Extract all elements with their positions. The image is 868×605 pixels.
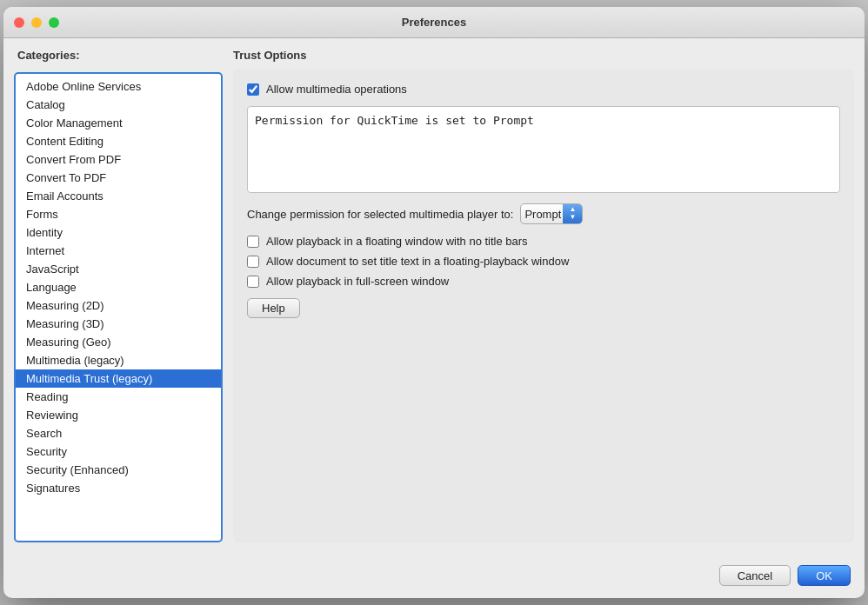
sidebar-item-multimedia-legacy[interactable]: Multimedia (legacy) [16, 351, 221, 369]
preferences-window: Preferences Categories: Adobe Online Ser… [3, 7, 865, 598]
sidebar-list[interactable]: Adobe Online ServicesCatalogColor Manage… [14, 72, 223, 542]
options-group: Allow playback in a floating window with… [247, 235, 840, 288]
checkbox-floating-title-text[interactable] [247, 256, 259, 268]
window-title: Preferences [402, 16, 466, 29]
sidebar-item-search[interactable]: Search [16, 424, 221, 442]
window-footer: Cancel OK [3, 553, 865, 598]
sidebar-item-convert-from-pdf[interactable]: Convert From PDF [16, 150, 221, 169]
sidebar-item-measuring-2d[interactable]: Measuring (2D) [16, 296, 221, 315]
sidebar-item-reviewing[interactable]: Reviewing [16, 406, 221, 424]
sidebar-item-reading[interactable]: Reading [16, 388, 221, 406]
sidebar-item-javascript[interactable]: JavaScript [16, 260, 221, 278]
option-row-floating-title-text: Allow document to set title text in a fl… [247, 255, 840, 268]
maximize-button[interactable] [49, 17, 59, 28]
change-permission-row: Change permission for selected multimedi… [247, 203, 840, 224]
sidebar-item-content-editing[interactable]: Content Editing [16, 132, 221, 150]
sidebar-item-security[interactable]: Security [16, 442, 221, 461]
checkbox-label-floating-no-title: Allow playback in a floating window with… [266, 235, 528, 248]
sidebar-item-signatures[interactable]: Signatures [16, 479, 221, 497]
checkbox-floating-no-title[interactable] [247, 236, 259, 248]
allow-multimedia-label: Allow multimedia operations [266, 83, 407, 96]
main-content: Trust Options Allow multimedia operation… [233, 49, 854, 542]
sidebar-item-color-management[interactable]: Color Management [16, 114, 221, 132]
close-button[interactable] [14, 17, 24, 28]
sidebar-item-email-accounts[interactable]: Email Accounts [16, 187, 221, 205]
checkbox-label-fullscreen: Allow playback in full-screen window [266, 275, 449, 288]
sidebar-item-internet[interactable]: Internet [16, 242, 221, 260]
chevron-updown-icon: ▲▼ [569, 206, 576, 222]
option-row-floating-no-title: Allow playback in a floating window with… [247, 235, 840, 248]
help-button[interactable]: Help [247, 298, 300, 318]
permission-select-wrapper[interactable]: PromptAlwaysNever ▲▼ [520, 203, 583, 224]
permission-select[interactable]: PromptAlwaysNever [521, 208, 563, 221]
sidebar-item-security-enhanced[interactable]: Security (Enhanced) [16, 461, 221, 479]
option-row-fullscreen: Allow playback in full-screen window [247, 275, 840, 288]
change-permission-label: Change permission for selected multimedi… [247, 208, 513, 221]
sidebar-item-convert-to-pdf[interactable]: Convert To PDF [16, 169, 221, 187]
trust-options: Allow multimedia operations Permission f… [247, 83, 840, 318]
select-arrow: ▲▼ [563, 203, 582, 224]
content-panel: Allow multimedia operations Permission f… [233, 69, 854, 542]
window-body: Categories: Adobe Online ServicesCatalog… [3, 38, 865, 553]
sidebar-item-identity[interactable]: Identity [16, 223, 221, 242]
sidebar-item-adobe-online[interactable]: Adobe Online Services [16, 77, 221, 96]
window-controls [14, 17, 59, 28]
allow-multimedia-checkbox[interactable] [247, 83, 259, 96]
sidebar-item-multimedia-trust-legacy[interactable]: Multimedia Trust (legacy) [16, 369, 221, 388]
sidebar-item-measuring-3d[interactable]: Measuring (3D) [16, 315, 221, 333]
sidebar: Categories: Adobe Online ServicesCatalog… [14, 49, 223, 542]
sidebar-item-language[interactable]: Language [16, 278, 221, 296]
section-title: Trust Options [233, 49, 854, 69]
cancel-button[interactable]: Cancel [719, 565, 791, 586]
titlebar: Preferences [3, 7, 865, 38]
checkbox-label-floating-title-text: Allow document to set title text in a fl… [266, 255, 569, 268]
sidebar-item-forms[interactable]: Forms [16, 205, 221, 223]
ok-button[interactable]: OK [798, 565, 851, 586]
allow-multimedia-row: Allow multimedia operations [247, 83, 840, 96]
sidebar-label: Categories: [14, 49, 223, 65]
checkbox-fullscreen[interactable] [247, 276, 259, 288]
permission-textarea[interactable]: Permission for QuickTime is set to Promp… [247, 106, 840, 193]
minimize-button[interactable] [31, 17, 42, 28]
sidebar-item-measuring-geo[interactable]: Measuring (Geo) [16, 333, 221, 351]
sidebar-item-catalog[interactable]: Catalog [16, 96, 221, 114]
